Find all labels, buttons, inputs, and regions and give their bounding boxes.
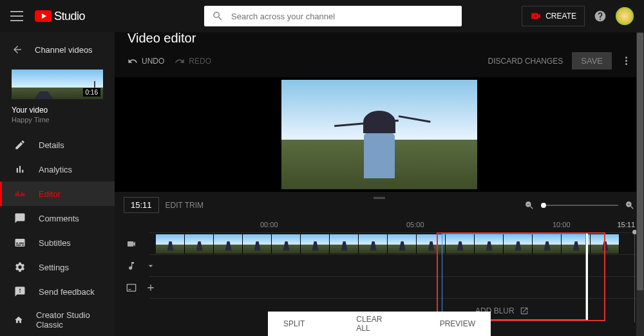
nav-editor[interactable]: Editor xyxy=(0,182,115,206)
timeline-ruler[interactable]: 00:00 05:00 10:00 15:11 xyxy=(115,218,644,232)
scrollbar[interactable] xyxy=(636,32,644,336)
clip[interactable] xyxy=(417,234,446,254)
bottom-toolbar: SPLIT CLEAR ALL PREVIEW xyxy=(268,312,491,336)
clip[interactable] xyxy=(359,234,388,254)
trim-handle[interactable] xyxy=(586,234,588,320)
sidebar: Channel videos 0:16 Your video Happy Tim… xyxy=(0,32,115,336)
ruler-end: 15:11 xyxy=(617,221,635,230)
back-channel-videos[interactable]: Channel videos xyxy=(0,39,115,61)
zoom-out-icon[interactable] xyxy=(524,200,535,210)
clip[interactable] xyxy=(243,234,272,254)
video-title: Happy Time xyxy=(12,116,103,124)
clip[interactable] xyxy=(388,234,417,254)
ruler-mark: 00:00 xyxy=(260,221,278,229)
clip[interactable] xyxy=(214,234,243,254)
nav-details[interactable]: Details xyxy=(0,133,115,157)
undo-button[interactable]: UNDO xyxy=(128,56,164,66)
endscreen-track[interactable] xyxy=(149,276,644,298)
edit-trim-label: EDIT TRIM xyxy=(166,201,204,210)
nav-feedback[interactable]: Send feedback xyxy=(0,279,115,304)
video-track[interactable] xyxy=(149,232,644,254)
clip[interactable] xyxy=(156,234,185,254)
undo-icon xyxy=(128,56,138,66)
comments-icon xyxy=(14,212,26,224)
zoom-in-icon[interactable] xyxy=(625,200,635,210)
nav-subtitles[interactable]: Subtitles xyxy=(0,230,115,255)
menu-icon[interactable] xyxy=(10,10,23,23)
clip[interactable] xyxy=(446,234,475,254)
subtitles-icon xyxy=(14,237,26,248)
analytics-icon xyxy=(14,163,26,175)
clip[interactable] xyxy=(475,234,504,254)
nav-classic[interactable]: Creator Studio Classic xyxy=(0,304,115,336)
back-arrow-icon xyxy=(12,44,23,55)
ruler-mark: 05:00 xyxy=(406,221,424,229)
endscreen-icon xyxy=(124,283,139,293)
logo[interactable]: Studio xyxy=(35,10,85,23)
search-icon xyxy=(212,10,223,22)
preview-button[interactable]: PREVIEW xyxy=(440,319,475,328)
search-input[interactable] xyxy=(231,12,454,21)
split-button[interactable]: SPLIT xyxy=(283,319,305,328)
clip[interactable] xyxy=(185,234,214,254)
create-icon xyxy=(530,10,542,22)
nav-comments[interactable]: Comments xyxy=(0,206,115,230)
more-icon[interactable] xyxy=(621,56,631,66)
gear-icon xyxy=(14,261,26,273)
save-button[interactable]: SAVE xyxy=(572,52,612,70)
clip[interactable] xyxy=(330,234,359,254)
logo-text: Studio xyxy=(54,10,85,23)
clip[interactable] xyxy=(533,234,562,254)
audio-track[interactable] xyxy=(149,254,644,276)
zoom-slider[interactable] xyxy=(541,205,618,206)
main-editor: Video editor UNDO REDO DISCARD CHANGES S… xyxy=(115,32,644,336)
video-thumbnail[interactable]: 0:16 xyxy=(12,70,103,99)
classic-icon xyxy=(14,314,23,326)
youtube-icon xyxy=(35,10,52,22)
page-title: Video editor xyxy=(128,31,631,46)
create-button[interactable]: CREATE xyxy=(522,6,585,26)
nav-analytics[interactable]: Analytics xyxy=(0,157,115,182)
help-icon[interactable] xyxy=(594,10,607,23)
avatar[interactable] xyxy=(616,7,634,25)
editor-icon xyxy=(14,188,26,200)
clip[interactable] xyxy=(272,234,301,254)
ruler-mark: 10:00 xyxy=(553,221,571,229)
drag-handle-icon[interactable] xyxy=(374,197,385,199)
timecode[interactable]: 15:11 xyxy=(124,197,159,213)
discard-button[interactable]: DISCARD CHANGES xyxy=(488,57,564,66)
pencil-icon xyxy=(14,139,26,151)
clear-all-button[interactable]: CLEAR ALL xyxy=(356,315,388,333)
thumb-duration: 0:16 xyxy=(83,88,100,97)
search-box[interactable] xyxy=(204,6,462,26)
video-preview[interactable] xyxy=(281,80,477,189)
feedback-icon xyxy=(14,286,26,297)
redo-button[interactable]: REDO xyxy=(175,56,211,66)
music-icon xyxy=(124,261,139,271)
nav-settings[interactable]: Settings xyxy=(0,255,115,279)
clip[interactable] xyxy=(301,234,330,254)
clip[interactable] xyxy=(504,234,533,254)
preview-area xyxy=(115,77,644,192)
video-track-icon xyxy=(124,239,139,249)
clip[interactable] xyxy=(591,234,620,254)
redo-icon xyxy=(175,56,185,66)
tracks: ADD BLUR xyxy=(115,232,644,320)
app-header: Studio CREATE xyxy=(0,0,644,32)
your-video-label: Your video xyxy=(12,106,103,115)
open-icon xyxy=(520,306,529,315)
